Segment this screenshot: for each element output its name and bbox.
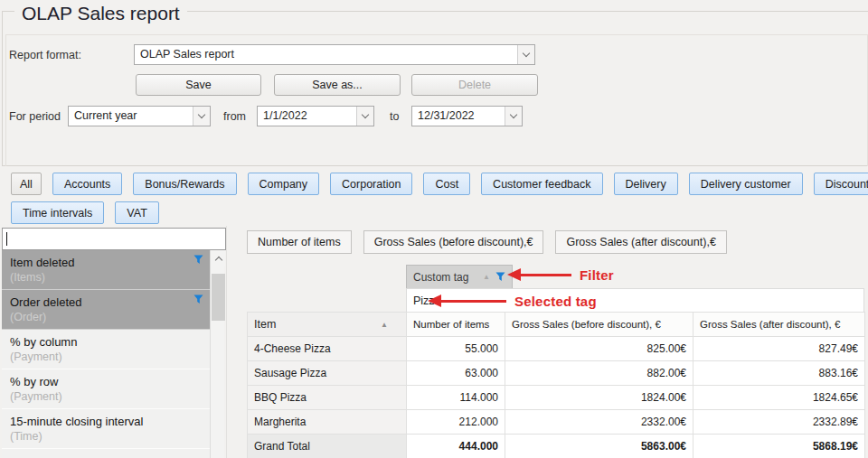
value-cell[interactable]: 212.000 <box>407 410 505 435</box>
chevron-down-icon[interactable] <box>517 45 534 64</box>
value-cell[interactable]: 2332.89€ <box>693 410 865 435</box>
measure-item-title: Item deleted <box>10 255 201 270</box>
measure-search-input[interactable] <box>2 228 226 250</box>
tag-accounts[interactable]: Accounts <box>52 173 122 195</box>
panel-divider <box>226 226 227 458</box>
value-cell[interactable]: 883.16€ <box>693 361 865 386</box>
measure-list: Item deleted(Items)Order deleted(Order)%… <box>2 250 210 458</box>
row-label[interactable]: Sausage Pizza <box>248 361 407 386</box>
tag-vat[interactable]: VAT <box>115 201 158 224</box>
measure-item-title: Order deleted <box>10 294 201 310</box>
sort-asc-icon: ▲ <box>483 273 490 281</box>
value-cell[interactable]: 5868.19€ <box>693 435 865 458</box>
tag-cost[interactable]: Cost <box>423 173 470 195</box>
measure-item-15-minute-closing-interval[interactable]: 15-minute closing interval(Time) <box>2 409 210 449</box>
chevron-down-icon[interactable] <box>356 107 373 126</box>
value-cell[interactable]: 55.000 <box>407 337 505 361</box>
value-cell[interactable]: 1824.65€ <box>693 386 865 410</box>
value-cell[interactable]: 1824.00€ <box>505 386 693 410</box>
sidebar-scrollbar[interactable] <box>210 250 224 458</box>
tag-discounts-surchar[interactable]: Discounts/surchar <box>814 173 868 195</box>
table-row: Margherita212.0002332.00€2332.89€ <box>248 410 865 435</box>
table-row: 4-Cheese Pizza55.000825.00€827.49€ <box>248 337 865 361</box>
from-date-value: 1/1/2022 <box>258 107 356 126</box>
period-preset-value: Current year <box>69 107 193 126</box>
tag-all[interactable]: All <box>11 173 42 195</box>
measure-item-title: 15-minute closing interval <box>10 414 201 429</box>
tag-time-intervals[interactable]: Time intervals <box>11 201 104 224</box>
measure-item-title: % by row <box>10 374 201 389</box>
to-date-select[interactable]: 12/31/2022 <box>411 106 523 126</box>
tag-row-1: AllAccountsBonus/RewardsCompanyCorporati… <box>11 173 868 195</box>
to-label: to <box>390 110 399 124</box>
text-caret <box>6 232 7 246</box>
tag-row-2: Time intervalsVAT <box>11 201 159 224</box>
sort-asc-icon: ▲ <box>381 321 388 329</box>
report-format-value: OLAP Sales report <box>135 45 517 64</box>
tag-delivery[interactable]: Delivery <box>614 173 678 195</box>
value-header-gross-before[interactable]: Gross Sales (before discount), € <box>505 313 693 337</box>
period-preset-select[interactable]: Current year <box>68 106 211 126</box>
custom-tag-label: Custom tag <box>413 271 477 284</box>
chevron-down-icon[interactable] <box>193 107 210 126</box>
filter-annotation-label: Filter <box>580 267 614 283</box>
chevron-down-icon[interactable] <box>505 107 522 126</box>
measure-item-by-row[interactable]: % by row(Payment) <box>2 369 210 409</box>
from-date-select[interactable]: 1/1/2022 <box>257 106 374 126</box>
measure-item-item-deleted[interactable]: Item deleted(Items) <box>2 250 210 290</box>
value-cell[interactable]: 114.000 <box>407 386 505 410</box>
value-cell[interactable]: 5863.00€ <box>505 435 693 458</box>
measure-chip-gross-sales-before-discount[interactable]: Gross Sales (before discount),€ <box>363 230 544 254</box>
measure-item-category: (Payment) <box>10 350 201 365</box>
selected-tag-annotation: Selected tag <box>428 294 597 308</box>
row-label[interactable]: BBQ Pizza <box>248 386 407 410</box>
tag-bonus-rewards[interactable]: Bonus/Rewards <box>133 173 236 195</box>
value-cell[interactable]: 2332.00€ <box>505 410 693 435</box>
value-cell[interactable]: 825.00€ <box>505 337 693 361</box>
measure-item-category: (Items) <box>10 270 201 285</box>
delete-button[interactable]: Delete <box>411 74 538 96</box>
measure-item-category: (Payment) <box>10 389 201 405</box>
scroll-up-icon[interactable] <box>212 250 225 266</box>
row-label[interactable]: Margherita <box>248 410 407 435</box>
value-cell[interactable]: 444.000 <box>407 435 505 458</box>
for-period-label: For period <box>9 110 61 124</box>
value-cell[interactable]: 827.49€ <box>693 337 865 361</box>
scrollbar-thumb[interactable] <box>212 274 225 321</box>
measure-item-by-column[interactable]: % by column(Payment) <box>2 330 210 369</box>
filter-icon <box>193 294 203 304</box>
custom-tag-column-header[interactable]: Custom tag ▲ <box>406 265 513 289</box>
table-row: BBQ Pizza114.0001824.00€1824.65€ <box>248 386 865 410</box>
measure-buttons: Number of itemsGross Sales (before disco… <box>247 230 727 254</box>
measure-item-category: (Time) <box>10 429 201 444</box>
filter-icon[interactable] <box>495 272 505 282</box>
tag-customer-feedback[interactable]: Customer feedback <box>481 173 602 195</box>
tag-delivery-customer[interactable]: Delivery customer <box>689 173 803 195</box>
selected-tag-annotation-label: Selected tag <box>514 294 597 309</box>
table-row: Sausage Pizza63.000882.00€883.16€ <box>248 361 865 386</box>
value-cell[interactable]: 882.00€ <box>505 361 693 386</box>
save-as-button[interactable]: Save as... <box>274 74 401 96</box>
save-button[interactable]: Save <box>136 74 261 96</box>
item-column-header[interactable]: Item ▲ <box>248 313 407 337</box>
filter-icon <box>193 255 203 265</box>
page-title: OLAP Sales report <box>14 0 187 27</box>
report-format-select[interactable]: OLAP Sales report <box>134 44 535 65</box>
arrow-left-icon <box>507 268 521 281</box>
tag-company[interactable]: Company <box>248 173 320 195</box>
arrow-line <box>441 300 506 303</box>
value-header-number-of-items[interactable]: Number of items <box>407 313 505 337</box>
row-label[interactable]: 4-Cheese Pizza <box>248 337 407 361</box>
value-header-gross-after[interactable]: Gross Sales (after discount), € <box>693 313 865 337</box>
olap-sales-report-screen: OLAP Sales report Report format: OLAP Sa… <box>0 0 868 458</box>
measure-chip-number-of-items[interactable]: Number of items <box>247 230 352 254</box>
measure-item-title: % by column <box>10 334 201 350</box>
measure-chip-gross-sales-after-discount[interactable]: Gross Sales (after discount),€ <box>555 230 726 254</box>
arrow-line <box>521 274 571 276</box>
value-cell[interactable]: 63.000 <box>407 361 505 386</box>
row-label[interactable]: Grand Total <box>248 435 407 458</box>
measure-item-order-deleted[interactable]: Order deleted(Order) <box>2 290 210 330</box>
measure-item-category: (Order) <box>10 310 201 325</box>
report-format-label: Report format: <box>9 49 81 62</box>
tag-corporation[interactable]: Corporation <box>330 173 412 195</box>
